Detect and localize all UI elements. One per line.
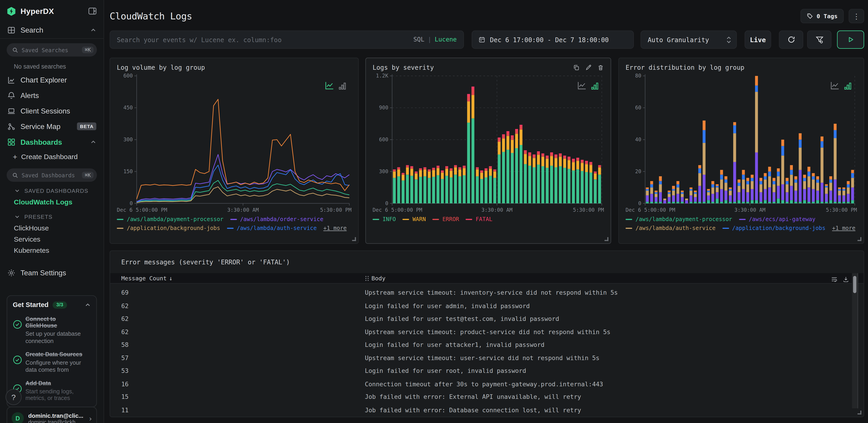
svg-text:1.2K: 1.2K xyxy=(376,73,389,79)
event-search-input-wrap: SQL|Lucene xyxy=(110,31,464,49)
legend-more-link[interactable]: +1 more xyxy=(323,225,347,232)
event-search-input[interactable] xyxy=(117,36,408,44)
legend-item[interactable]: ERROR xyxy=(432,216,459,223)
error-distribution-chart[interactable]: 020406080Dec 6 5:00:00 PM3:30:00 AM5:30:… xyxy=(625,73,857,215)
svg-text:3:30:00 AM: 3:30:00 AM xyxy=(482,207,512,213)
live-button[interactable]: Live xyxy=(745,31,771,49)
chevron-up-icon[interactable] xyxy=(85,302,91,308)
legend-item[interactable]: /aws/lambda/payment-processor xyxy=(625,216,732,223)
get-started-item-add-data[interactable]: Add Data Start sending logs, metrics, or… xyxy=(13,380,91,402)
user-menu[interactable]: D dominic.tran@clic... dominic.tran@clic… xyxy=(7,407,97,423)
section-presets[interactable]: PRESETS xyxy=(0,210,103,223)
bar-chart-toggle-icon[interactable] xyxy=(339,83,346,90)
logs-by-severity-chart[interactable]: 03006009001.2KDec 6 5:00:00 PM3:30:00 AM… xyxy=(373,73,604,215)
user-name: dominic.tran@clic... xyxy=(28,412,89,419)
dashboard-menu-button[interactable]: ⋮ xyxy=(849,9,864,23)
legend-item[interactable]: /application/background-jobs xyxy=(722,225,826,232)
sidebar-item-label: Service Map xyxy=(21,122,77,130)
message-count-cell: 62 xyxy=(121,329,365,336)
table-row[interactable]: 62Upstream service timeout: product-serv… xyxy=(110,326,864,338)
preset-item-clickhouse[interactable]: ClickHouse xyxy=(0,223,103,234)
sidebar-item-dashboards[interactable]: Dashboards xyxy=(0,134,103,149)
time-range-picker[interactable]: Dec 6 17:00:00 - Dec 7 18:00:00 xyxy=(472,31,634,49)
legend-swatch xyxy=(625,219,632,220)
duplicate-icon[interactable] xyxy=(573,64,580,71)
svg-text:300: 300 xyxy=(123,137,133,142)
dashboard-item-cloudwatch-logs[interactable]: CloudWatch Logs xyxy=(0,197,103,208)
legend-more-link[interactable]: +1 more xyxy=(832,225,855,232)
column-header-body[interactable]: Body xyxy=(365,275,852,281)
section-saved-dashboards[interactable]: SAVED DASHBOARDS xyxy=(0,185,103,197)
table-row[interactable]: 62Login failed for user test@test.com, i… xyxy=(110,312,864,326)
help-button[interactable]: ? xyxy=(5,389,22,405)
edit-icon[interactable] xyxy=(585,64,592,71)
granularity-value: Auto Granularity xyxy=(648,36,709,44)
filter-button[interactable] xyxy=(807,31,832,49)
resize-handle[interactable] xyxy=(858,411,861,415)
table-row[interactable]: 69Upstream service timeout: inventory-se… xyxy=(110,286,864,300)
sidebar-item-label: Alerts xyxy=(21,91,96,100)
legend-swatch xyxy=(625,228,632,229)
saved-searches-input[interactable]: ⌘K xyxy=(7,43,97,57)
resize-handle[interactable] xyxy=(352,237,356,241)
time-range-value: Dec 6 17:00:00 - Dec 7 18:00:00 xyxy=(490,36,609,44)
table-row[interactable]: 16Connection timeout after 30s to paymen… xyxy=(110,378,864,391)
table-scrollbar[interactable] xyxy=(852,273,858,408)
line-chart-toggle-icon[interactable] xyxy=(578,81,586,90)
legend-label: /application/background-jobs xyxy=(732,225,826,232)
bar-chart-toggle-icon[interactable] xyxy=(591,83,599,90)
sidebar-item-alerts[interactable]: Alerts xyxy=(0,87,103,103)
bar-chart-toggle-icon[interactable] xyxy=(844,83,851,90)
table-row[interactable]: 11Job failed with error: Database connec… xyxy=(110,404,864,417)
sidebar-item-service-map[interactable]: Service Map BETA xyxy=(0,118,103,134)
legend-item[interactable]: /aws/lambda/payment-processor xyxy=(117,216,223,223)
table-row[interactable]: 53Login failed for user root, invalid pa… xyxy=(110,365,864,378)
line-chart-toggle-icon[interactable] xyxy=(830,81,839,90)
run-query-button[interactable] xyxy=(837,31,864,49)
legend-item[interactable]: /aws/lambda/auth-service xyxy=(625,225,715,232)
line-chart-toggle-icon[interactable] xyxy=(325,81,334,90)
wrap-text-icon[interactable] xyxy=(831,276,837,283)
tags-button[interactable]: 0 Tags xyxy=(801,9,844,23)
legend-item[interactable]: /aws/ecs/api-gateway xyxy=(739,216,816,223)
preset-item-services[interactable]: Services xyxy=(0,234,103,245)
chart-legend: INFOWARNERRORFATAL xyxy=(366,216,611,223)
table-row[interactable]: 57Upstream service timeout: user-service… xyxy=(110,352,864,365)
legend-item[interactable]: /aws/lambda/auth-service xyxy=(227,225,317,232)
resize-handle[interactable] xyxy=(858,237,861,241)
sidebar-item-chart-explorer[interactable]: Chart Explorer xyxy=(0,72,103,87)
table-row[interactable]: 58Login failed for user attacker1, inval… xyxy=(110,338,864,351)
download-icon[interactable] xyxy=(842,276,849,283)
body-cell: Job failed with error: External API unav… xyxy=(365,394,852,401)
message-count-cell: 62 xyxy=(121,303,365,310)
scrollbar-thumb[interactable] xyxy=(853,276,857,293)
sidebar-item-search[interactable]: Search xyxy=(0,22,103,39)
refresh-button[interactable] xyxy=(779,31,803,49)
legend-item[interactable]: /application/background-jobs xyxy=(117,225,220,232)
log-volume-chart[interactable]: 0150300450600Dec 6 5:00:00 PM3:30:00 AM5… xyxy=(117,73,351,215)
table-row[interactable]: 62Login failed for user admin, invalid p… xyxy=(110,300,864,312)
legend-item[interactable]: INFO xyxy=(373,216,396,223)
column-header-message-count[interactable]: Message Count↓ xyxy=(121,275,365,281)
legend-item[interactable]: /aws/lambda/order-service xyxy=(230,216,323,223)
resize-handle[interactable] xyxy=(604,237,609,241)
preset-item-kubernetes[interactable]: Kubernetes xyxy=(0,245,103,256)
chevron-right-icon: › xyxy=(89,414,92,422)
message-count-cell: 57 xyxy=(121,355,365,362)
sidebar-collapse-icon[interactable] xyxy=(88,7,97,16)
sidebar-item-client-sessions[interactable]: Client Sessions xyxy=(0,103,103,118)
sidebar-item-team-settings[interactable]: Team Settings xyxy=(0,265,103,280)
sql-option[interactable]: SQL xyxy=(413,36,424,43)
granularity-select[interactable]: Auto Granularity xyxy=(641,31,737,49)
create-dashboard-button[interactable]: + Create Dashboard xyxy=(0,149,103,164)
table-row[interactable]: 15Job failed with error: External API un… xyxy=(110,391,864,404)
delete-icon[interactable] xyxy=(597,64,604,71)
get-started-item-sources[interactable]: Create Data Sources Configure where your… xyxy=(13,351,91,373)
legend-item[interactable]: WARN xyxy=(403,216,426,223)
lucene-option[interactable]: Lucene xyxy=(435,36,457,43)
saved-dashboards-input[interactable]: ⌘K xyxy=(7,168,97,181)
legend-item[interactable]: FATAL xyxy=(466,216,492,223)
get-started-item-connect[interactable]: Connect to ClickHouse Set up your databa… xyxy=(13,315,91,344)
drag-handle-icon[interactable] xyxy=(365,275,369,281)
query-language-toggle[interactable]: SQL|Lucene xyxy=(413,36,457,43)
